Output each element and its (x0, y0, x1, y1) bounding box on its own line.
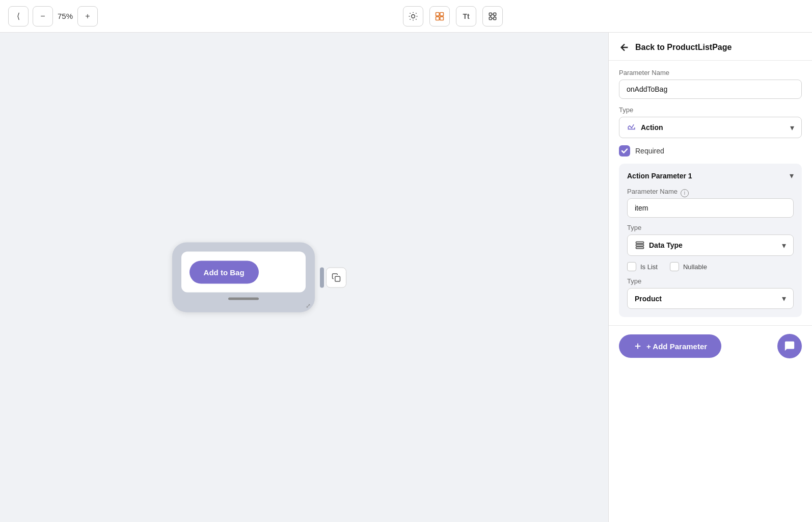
svg-line-4 (416, 19, 416, 19)
toolbar: ⟨ − 75% + Tt (0, 0, 812, 33)
right-panel: Back to ProductListPage Parameter Name T… (608, 33, 812, 522)
required-label: Required (635, 147, 664, 155)
drag-handle[interactable] (320, 267, 324, 288)
zoom-value: 75% (55, 12, 75, 20)
svg-rect-11 (436, 16, 440, 20)
canvas-content: Add to Bag ⤢ (172, 243, 315, 312)
nullable-row: Nullable (670, 262, 707, 271)
chat-icon (784, 341, 795, 352)
action-type-icon (627, 122, 637, 133)
add-to-bag-button[interactable]: Add to Bag (190, 260, 259, 283)
is-list-checkbox[interactable] (627, 262, 636, 271)
param-name-field: Parameter Name (619, 69, 802, 99)
inner-type-label: Type (627, 224, 794, 231)
zoom-plus-icon: + (85, 12, 90, 21)
back-button[interactable] (619, 42, 630, 53)
svg-rect-16 (494, 17, 496, 19)
action-param-title: Action Parameter 1 (627, 172, 692, 180)
svg-rect-13 (489, 13, 492, 15)
layout-button[interactable] (429, 6, 450, 27)
add-param-label: + Add Parameter (646, 342, 707, 351)
data-type-chevron-icon: ▾ (782, 241, 786, 250)
panel-header: Back to ProductListPage (609, 33, 812, 61)
data-type-label: Data Type (649, 241, 683, 249)
product-select[interactable]: Product ▾ (627, 288, 794, 309)
toolbar-center: Tt (403, 6, 503, 27)
inner-param-name-label: Parameter Name (627, 188, 678, 195)
is-list-row: Is List (627, 262, 658, 271)
type-field: Type Action ▾ (619, 106, 802, 138)
svg-line-7 (410, 19, 411, 19)
svg-rect-14 (494, 13, 496, 15)
chat-fab-button[interactable] (777, 334, 802, 358)
product-chevron-icon: ▾ (782, 294, 786, 303)
main-area: Add to Bag ⤢ (0, 33, 812, 522)
svg-rect-10 (440, 12, 444, 16)
svg-rect-23 (636, 244, 644, 246)
type-select-inner: Action (627, 122, 663, 133)
product-type-field: Type Product ▾ (627, 277, 794, 309)
action-param-body: Parameter Name i Type (619, 188, 802, 317)
checkmark-icon (621, 147, 628, 154)
action-param-section: Action Parameter 1 ▾ Parameter Name i (619, 164, 802, 317)
sun-icon (408, 11, 418, 21)
svg-rect-22 (636, 242, 644, 243)
collapse-icon: ⟨ (17, 11, 20, 21)
text-icon: Tt (463, 12, 469, 20)
svg-point-0 (412, 14, 415, 18)
zoom-minus-icon: − (40, 12, 45, 21)
product-type-label: Type (627, 277, 794, 285)
phone-home-bar (228, 298, 259, 300)
param-name-label: Parameter Name (619, 69, 802, 76)
type-label: Type (619, 106, 802, 114)
nullable-checkbox[interactable] (670, 262, 679, 271)
add-parameter-button[interactable]: + Add Parameter (619, 334, 721, 358)
svg-line-3 (410, 13, 411, 13)
param-name-input[interactable] (619, 80, 802, 99)
inner-param-name-label-row: Parameter Name i (627, 188, 794, 198)
checkbox-group: Is List Nullable (627, 262, 794, 271)
inner-param-name-input[interactable] (627, 198, 794, 218)
product-select-label: Product (635, 295, 662, 303)
is-list-label: Is List (640, 263, 658, 271)
action-param-header[interactable]: Action Parameter 1 ▾ (619, 164, 802, 188)
required-checkbox[interactable] (619, 145, 630, 156)
text-size-button[interactable]: Tt (456, 6, 476, 27)
phone-mockup: Add to Bag ⤢ (172, 243, 315, 312)
add-param-row: + Add Parameter (609, 325, 812, 369)
svg-line-8 (416, 13, 416, 13)
copy-button[interactable] (326, 267, 346, 288)
svg-rect-12 (440, 16, 444, 20)
zoom-out-button[interactable]: − (33, 6, 53, 27)
zoom-in-button[interactable]: + (77, 6, 98, 27)
plus-icon (633, 342, 642, 351)
type-select[interactable]: Action ▾ (619, 117, 802, 138)
zoom-control: − 75% + (33, 6, 98, 27)
svg-rect-24 (636, 247, 644, 248)
svg-rect-21 (335, 276, 340, 281)
sun-button[interactable] (403, 6, 423, 27)
settings-icon (488, 11, 498, 21)
data-type-icon (635, 240, 645, 250)
inner-type-field: Type Data Type ▾ (627, 224, 794, 256)
type-chevron-icon: ▾ (790, 123, 794, 133)
resize-handle: ⤢ (306, 302, 311, 309)
panel-title: Back to ProductListPage (635, 43, 732, 52)
data-type-select-inner: Data Type (635, 240, 683, 250)
collapse-button[interactable]: ⟨ (8, 6, 29, 27)
info-icon[interactable]: i (681, 189, 689, 197)
back-arrow-icon (619, 42, 630, 53)
svg-rect-15 (489, 17, 492, 19)
canvas: Add to Bag ⤢ (0, 33, 608, 522)
layout-icon (435, 11, 445, 21)
required-row: Required (619, 145, 802, 156)
action-param-chevron-icon: ▾ (790, 171, 794, 180)
svg-rect-9 (436, 12, 440, 16)
type-select-label: Action (641, 123, 663, 132)
data-type-select[interactable]: Data Type ▾ (627, 234, 794, 256)
inner-param-name-field: Parameter Name i (627, 188, 794, 218)
phone-screen: Add to Bag (181, 252, 306, 293)
settings-button[interactable] (482, 6, 503, 27)
copy-icon (332, 273, 341, 282)
nullable-label: Nullable (683, 263, 707, 271)
